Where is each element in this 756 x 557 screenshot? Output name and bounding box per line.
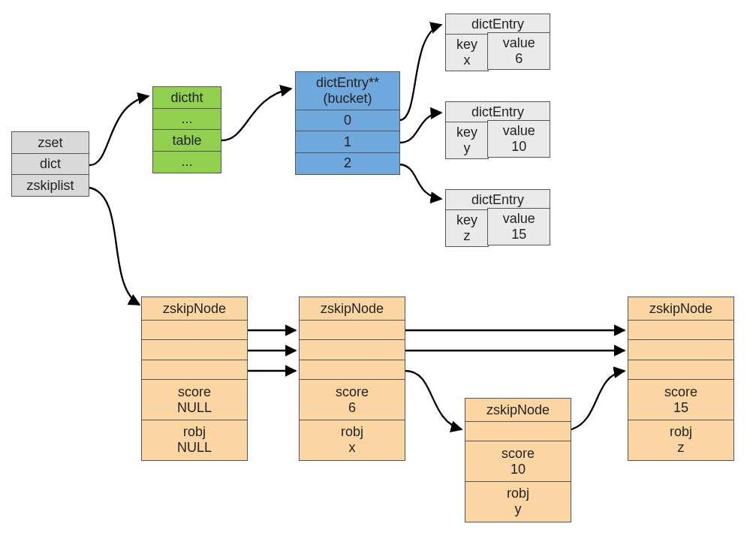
zskipnode-2-scorelabel: score <box>501 446 535 462</box>
zskipnode-3-level-2 <box>628 320 734 341</box>
zskipnode-1-robj: robj x <box>299 420 405 461</box>
dictentry-0-value: value 6 <box>487 32 550 70</box>
zskipnode-2-robjval: y <box>515 501 522 517</box>
dictentry-0-keylabel: key <box>456 37 477 53</box>
zskipnode-2-title: zskipNode <box>465 398 571 422</box>
zskipnode-0-title: zskipNode <box>141 297 248 321</box>
zskipnode-1-score: score 6 <box>299 379 405 420</box>
diagram-canvas: zset dict zskiplist dictht ... table ...… <box>0 0 756 557</box>
bucket-index-1: 1 <box>295 131 400 153</box>
bucket-index-2: 2 <box>295 152 400 175</box>
dictht-row-0: ... <box>152 108 221 131</box>
bucket-title: dictEntry** (bucket) <box>295 71 400 110</box>
dictentry-0-key: key x <box>445 34 489 71</box>
dictentry-0-vallabel: value <box>503 35 535 51</box>
zskipnode-0-level-2 <box>141 320 248 341</box>
zskipnode-0-robjval: NULL <box>177 440 212 456</box>
zskipnode-3: zskipNode score 15 robj z <box>628 297 734 461</box>
dictentry-2-keyval: z <box>463 228 470 244</box>
zskipnode-1-level-1 <box>299 339 405 360</box>
zskipnode-3-title: zskipNode <box>628 297 734 321</box>
zskipnode-3-robj: robj z <box>628 420 734 461</box>
zskipnode-2-scoreval: 10 <box>511 462 526 477</box>
dictentry-2-keylabel: key <box>456 212 477 228</box>
dictentry-1: dictEntry key y value 10 <box>445 101 550 159</box>
zskipnode-1: zskipNode score 6 robj x <box>299 297 405 461</box>
bucket-struct: dictEntry** (bucket) 0 1 2 <box>295 71 400 175</box>
dictentry-1-keylabel: key <box>456 125 477 140</box>
zskipnode-3-level-0 <box>628 360 734 381</box>
zskipnode-0-scorelabel: score <box>178 384 211 400</box>
zset-field-dict: dict <box>11 153 89 176</box>
dictentry-2-key: key z <box>445 209 489 247</box>
zset-title: zset <box>11 131 89 154</box>
zskipnode-3-score: score 15 <box>628 379 734 420</box>
zskipnode-3-scoreval: 15 <box>673 400 688 416</box>
dictentry-1-key: key y <box>445 122 489 159</box>
dictht-title: dictht <box>152 86 221 109</box>
zskipnode-3-robjval: z <box>678 440 685 456</box>
zskipnode-2-score: score 10 <box>465 441 571 482</box>
dictentry-2-value: value 15 <box>487 208 550 245</box>
dictentry-0-valval: 6 <box>515 51 523 67</box>
zskipnode-2-robjlabel: robj <box>507 486 529 501</box>
dictentry-1-vallabel: value <box>503 123 535 139</box>
zset-field-zskiplist: zskiplist <box>11 174 89 197</box>
dictht-row-2: ... <box>152 151 221 173</box>
zskipnode-3-robjlabel: robj <box>670 424 692 440</box>
dictentry-2-title: dictEntry <box>445 189 550 210</box>
zskipnode-2-level-0 <box>465 421 571 442</box>
zskipnode-0: zskipNode score NULL robj NULL <box>141 297 248 461</box>
zskipnode-0-robj: robj NULL <box>141 420 248 461</box>
zskipnode-3-level-1 <box>628 339 734 360</box>
zskipnode-0-scoreval: NULL <box>177 400 212 416</box>
zskipnode-1-title: zskipNode <box>299 297 405 321</box>
zskipnode-1-level-0 <box>299 360 405 381</box>
zskipnode-0-level-0 <box>141 360 248 381</box>
dictht-row-table: table <box>152 129 221 152</box>
zskipnode-1-robjval: x <box>349 440 356 456</box>
dictentry-2-valval: 15 <box>511 227 526 242</box>
dictht-struct: dictht ... table ... <box>152 86 221 173</box>
zskipnode-0-level-1 <box>141 339 248 360</box>
bucket-index-0: 0 <box>295 110 400 132</box>
dictentry-0-keyval: x <box>463 53 470 68</box>
zskipnode-1-scorelabel: score <box>336 384 369 400</box>
zskipnode-2: zskipNode score 10 robj y <box>465 398 571 522</box>
dictentry-0-title: dictEntry <box>445 14 550 35</box>
zskipnode-0-score: score NULL <box>141 379 248 420</box>
dictentry-1-valval: 10 <box>511 139 526 155</box>
dictentry-1-title: dictEntry <box>445 101 550 122</box>
dictentry-2: dictEntry key z value 15 <box>445 189 550 247</box>
zset-struct: zset dict zskiplist <box>11 131 89 197</box>
zskipnode-2-robj: robj y <box>465 481 571 522</box>
zskipnode-1-robjlabel: robj <box>341 424 363 440</box>
dictentry-0: dictEntry key x value 6 <box>445 14 550 71</box>
zskipnode-1-level-2 <box>299 320 405 341</box>
dictentry-1-keyval: y <box>463 140 470 156</box>
dictentry-2-vallabel: value <box>503 211 535 227</box>
zskipnode-0-robjlabel: robj <box>183 424 206 440</box>
zskipnode-3-scorelabel: score <box>664 384 697 400</box>
dictentry-1-value: value 10 <box>487 120 550 158</box>
zskipnode-1-scoreval: 6 <box>348 400 356 416</box>
